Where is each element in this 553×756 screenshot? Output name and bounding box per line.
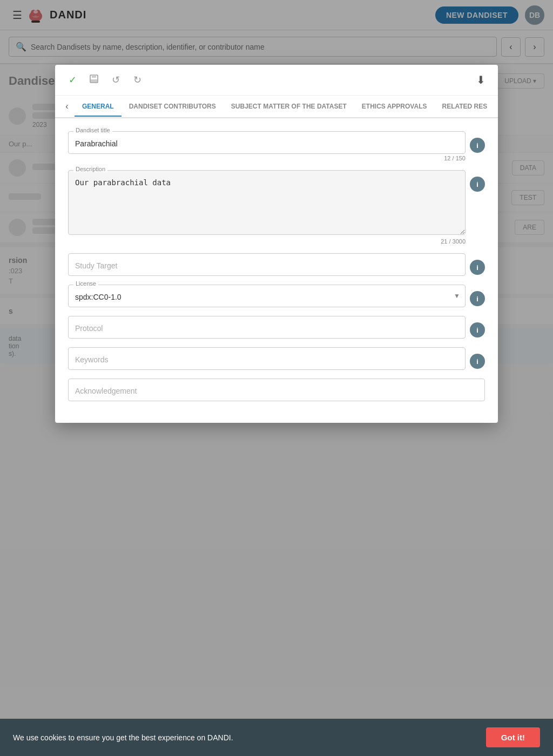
info-icon: i — [476, 141, 478, 150]
info-icon-2: i — [476, 180, 478, 188]
dandiset-title-char-count: 12 / 150 — [68, 155, 466, 161]
keywords-input[interactable] — [68, 347, 466, 370]
chevron-left-tab-icon: ‹ — [65, 102, 68, 111]
study-target-field: i — [68, 253, 485, 276]
tab-subject-matter[interactable]: SUBJECT MATTER OF THE DATASET — [224, 97, 354, 117]
description-label: Description — [73, 166, 107, 172]
tab-next-button[interactable]: › — [495, 96, 498, 117]
description-input[interactable]: Our parabrachial data — [68, 170, 466, 235]
dandiset-title-label: Dandiset title — [73, 127, 112, 133]
keywords-field: i — [68, 347, 485, 370]
tab-related-res[interactable]: RELATED RES — [434, 97, 495, 117]
confirm-button[interactable]: ✓ — [64, 71, 81, 89]
cookie-accept-button[interactable]: Got it! — [486, 727, 540, 747]
modal-tabs: ‹ GENERAL DANDISET CONTRIBUTORS SUBJECT … — [55, 96, 498, 118]
license-field: License spdx:CC0-1.0 spdx:CC-BY-4.0 ▼ i — [68, 285, 485, 307]
description-field: Description Our parabrachial data 21 / 3… — [68, 170, 485, 245]
study-target-input[interactable] — [68, 253, 466, 276]
modal-toolbar: ✓ ↺ ↻ ⬇ — [55, 65, 498, 96]
svg-rect-8 — [91, 79, 97, 82]
tab-prev-button[interactable]: ‹ — [59, 96, 75, 117]
cookie-message: We use cookies to ensure you get the bes… — [13, 733, 233, 742]
tab-contributors[interactable]: DANDISET CONTRIBUTORS — [122, 97, 224, 117]
modal-body: Dandiset title 12 / 150 i Description Ou… — [55, 118, 498, 423]
dandiset-title-info-button[interactable]: i — [470, 138, 485, 153]
description-info-button[interactable]: i — [470, 177, 485, 192]
download-icon: ⬇ — [476, 73, 485, 86]
modal-overlay: ✓ ↺ ↻ ⬇ — [0, 0, 553, 756]
acknowledgement-field — [68, 379, 485, 401]
undo-icon: ↺ — [112, 74, 120, 86]
info-icon-5: i — [476, 326, 478, 334]
protocol-input[interactable] — [68, 316, 466, 339]
description-char-count: 21 / 3000 — [68, 238, 466, 245]
redo-button[interactable]: ↻ — [129, 71, 146, 89]
save-button[interactable] — [85, 71, 103, 89]
study-target-info-button[interactable]: i — [470, 260, 485, 275]
dandiset-title-input[interactable] — [68, 131, 466, 154]
info-icon-4: i — [476, 295, 478, 303]
svg-rect-7 — [92, 75, 96, 78]
edit-modal: ✓ ↺ ↻ ⬇ — [55, 65, 498, 423]
undo-button[interactable]: ↺ — [107, 71, 124, 89]
keywords-info-button[interactable]: i — [470, 354, 485, 369]
info-icon-6: i — [476, 357, 478, 366]
acknowledgement-input[interactable] — [68, 379, 485, 401]
license-select[interactable]: spdx:CC0-1.0 spdx:CC-BY-4.0 — [68, 285, 466, 307]
info-icon-3: i — [476, 264, 478, 272]
save-icon — [89, 74, 99, 86]
protocol-field: i — [68, 316, 485, 339]
tab-ethics[interactable]: ETHICS APPROVALS — [354, 97, 435, 117]
redo-icon: ↻ — [133, 74, 141, 86]
protocol-info-button[interactable]: i — [470, 322, 485, 338]
check-icon: ✓ — [69, 74, 77, 86]
download-button[interactable]: ⬇ — [472, 71, 489, 89]
dandiset-title-field: Dandiset title 12 / 150 i — [68, 131, 485, 161]
license-label: License — [73, 280, 98, 287]
license-info-button[interactable]: i — [470, 291, 485, 306]
tab-general[interactable]: GENERAL — [75, 97, 122, 117]
cookie-banner: We use cookies to ensure you get the bes… — [0, 719, 553, 756]
